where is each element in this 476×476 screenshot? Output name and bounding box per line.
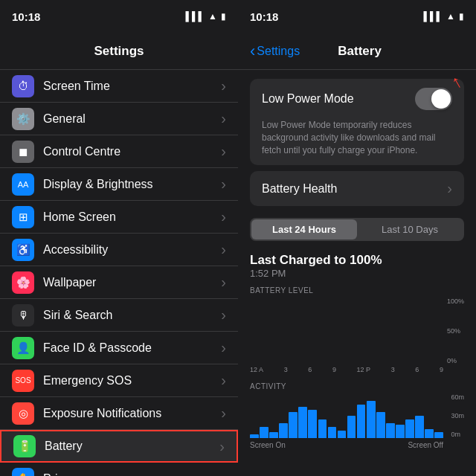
general-icon: ⚙️ — [12, 108, 34, 130]
activity-y-0: 0m — [451, 431, 464, 438]
exposure-label: Exposure Notifications — [43, 407, 221, 420]
home-screen-icon: ⊞ — [12, 206, 34, 228]
battery-chevron-icon — [219, 438, 225, 455]
activity-y-labels: 60m 30m 0m — [451, 393, 464, 438]
screen-on-label: Screen On — [250, 441, 286, 449]
battery-health-section: Battery Health — [250, 171, 464, 206]
general-label: General — [43, 112, 221, 126]
face-id-label: Face ID & Passcode — [43, 341, 221, 355]
settings-item-general[interactable]: ⚙️ General — [0, 103, 238, 135]
display-chevron-icon — [221, 176, 226, 193]
settings-title: Settings — [94, 44, 144, 59]
activity-y-30: 30m — [451, 412, 464, 419]
activity-bar-19 — [434, 432, 443, 438]
signal-icon: ▌▌▌ — [186, 11, 205, 22]
screen-time-chevron-icon — [221, 77, 226, 94]
settings-header: Settings — [0, 33, 238, 70]
battery-level-chart: BATTERY LEVEL 100% 50% 0% 12 A36912 P369 — [238, 280, 476, 376]
settings-item-siri-search[interactable]: 🎙 Siri & Search — [0, 299, 238, 332]
lpm-label: Low Power Mode — [262, 92, 415, 106]
tab-24h-label: Last 24 Hours — [272, 224, 336, 235]
left-status-icons: ▌▌▌ ▲ ▮ — [186, 11, 226, 22]
screen-time-icon: ⏱ — [12, 75, 34, 97]
battery-x-0: 12 A — [250, 366, 263, 373]
battery-panel: 10:18 ▌▌▌ ▲ ▮ ‹ Settings Battery Low Pow… — [238, 0, 476, 476]
last-charged-title: Last Charged to 100% — [250, 253, 464, 268]
left-time: 10:18 — [12, 10, 40, 23]
r-signal-icon: ▌▌▌ — [424, 11, 443, 22]
battery-x-7: 9 — [440, 366, 443, 373]
settings-panel: 10:18 ▌▌▌ ▲ ▮ Settings ⏱ Screen Time ⚙️ … — [0, 0, 238, 476]
battery-level-label: BATTERY LEVEL — [250, 286, 464, 295]
face-id-icon: 👤 — [12, 337, 34, 359]
control-centre-label: Control Centre — [43, 145, 221, 158]
settings-item-battery[interactable]: 🔋 Battery — [0, 430, 238, 463]
tabs-section: Last 24 Hours Last 10 Days — [250, 218, 464, 241]
accessibility-label: Accessibility — [43, 243, 221, 257]
home-screen-label: Home Screen — [43, 210, 221, 224]
activity-bar-7 — [318, 419, 327, 438]
emergency-sos-label: Emergency SOS — [43, 374, 221, 387]
right-time: 10:18 — [250, 10, 278, 23]
settings-item-display[interactable]: AA Display & Brightness — [0, 168, 238, 201]
home-screen-chevron-icon — [221, 208, 226, 225]
activity-bar-15 — [396, 425, 405, 438]
battery-header: ‹ Settings Battery — [238, 33, 476, 70]
emergency-sos-icon: SOS — [12, 370, 34, 392]
activity-bar-17 — [415, 416, 424, 438]
battery-y-100: 100% — [447, 298, 464, 305]
activity-bar-3 — [279, 423, 288, 438]
privacy-label: Privacy — [43, 472, 221, 477]
activity-bar-4 — [289, 412, 298, 438]
lpm-section: Low Power Mode Low Power Mode temporaril… — [250, 79, 464, 165]
lpm-description: Low Power Mode temporarily reduces backg… — [250, 119, 464, 165]
battery-health-chevron-icon — [447, 180, 452, 197]
battery-x-3: 9 — [332, 366, 336, 373]
screen-labels: Screen On Screen Off — [250, 438, 464, 449]
activity-bar-11 — [357, 405, 366, 438]
exposure-chevron-icon — [221, 405, 226, 422]
display-label: Display & Brightness — [43, 178, 221, 191]
battery-y-labels: 100% 50% 0% — [447, 298, 464, 364]
wallpaper-chevron-icon — [221, 274, 226, 291]
battery-health-row[interactable]: Battery Health — [250, 171, 464, 206]
tab-10d[interactable]: Last 10 Days — [357, 219, 463, 239]
battery-x-labels: 12 A36912 P369 — [250, 364, 464, 373]
wifi-icon: ▲ — [208, 11, 217, 22]
settings-item-exposure[interactable]: ◎ Exposure Notifications — [0, 397, 238, 430]
settings-item-face-id[interactable]: 👤 Face ID & Passcode — [0, 332, 238, 364]
control-centre-icon: ◼ — [12, 141, 34, 163]
battery-title: Battery — [300, 44, 419, 59]
battery-chart — [250, 298, 464, 364]
battery-y-0: 0% — [447, 357, 464, 364]
activity-bar-18 — [425, 429, 434, 438]
tab-10d-label: Last 10 Days — [382, 224, 438, 235]
activity-bar-13 — [376, 412, 385, 438]
r-wifi-icon: ▲ — [446, 11, 455, 22]
face-id-chevron-icon — [221, 339, 226, 356]
battery-x-5: 3 — [391, 366, 395, 373]
activity-chart-section: ACTIVITY 60m 30m 0m Screen On Screen Off — [238, 376, 476, 452]
screen-off-label: Screen Off — [408, 441, 443, 449]
wallpaper-icon: 🌸 — [12, 271, 34, 294]
activity-bar-12 — [367, 401, 376, 438]
settings-item-accessibility[interactable]: ♿ Accessibility — [0, 234, 238, 266]
tab-24h[interactable]: Last 24 Hours — [251, 219, 357, 239]
settings-item-wallpaper[interactable]: 🌸 Wallpaper — [0, 266, 238, 299]
lpm-wrapper: Low Power Mode Low Power Mode temporaril… — [238, 79, 476, 165]
settings-item-control-centre[interactable]: ◼ Control Centre — [0, 135, 238, 168]
battery-x-6: 6 — [415, 366, 419, 373]
battery-chart-wrapper: 100% 50% 0% — [250, 298, 464, 364]
r-battery-icon: ▮ — [459, 11, 464, 22]
back-label: Settings — [257, 45, 300, 58]
settings-item-home-screen[interactable]: ⊞ Home Screen — [0, 201, 238, 234]
back-button[interactable]: ‹ Settings — [250, 42, 300, 61]
settings-item-screen-time[interactable]: ⏱ Screen Time — [0, 70, 238, 103]
settings-item-emergency-sos[interactable]: SOS Emergency SOS — [0, 364, 238, 397]
right-status-bar: 10:18 ▌▌▌ ▲ ▮ — [238, 0, 476, 33]
lpm-toggle[interactable] — [415, 88, 452, 110]
siri-search-icon: 🎙 — [12, 304, 34, 327]
settings-item-privacy[interactable]: ✋ Privacy — [0, 463, 238, 476]
accessibility-icon: ♿ — [12, 239, 34, 261]
activity-label: ACTIVITY — [250, 382, 464, 390]
